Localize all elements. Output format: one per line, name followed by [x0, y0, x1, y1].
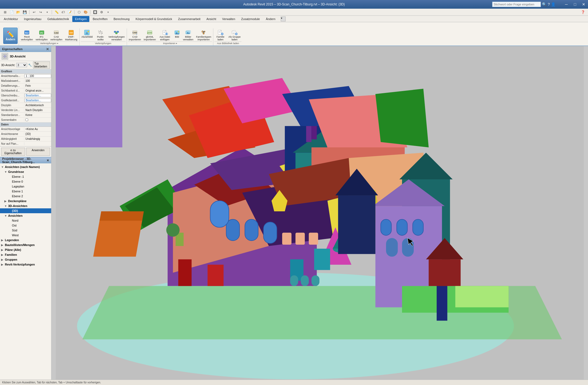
tree-item-ebene-m1[interactable]: Ebene -1 — [0, 174, 51, 179]
tree-item-ansichten[interactable]: ▼ Ansichten — [0, 213, 51, 218]
tree-item-ebene-2[interactable]: Ebene 2 — [0, 194, 51, 199]
tree-item-nord[interactable]: Nord — [0, 218, 51, 223]
ribbon-bilder-btn[interactable]: Bilderverwalten — [182, 29, 194, 41]
menu-ingenieurbau[interactable]: Ingenieurbau — [21, 16, 44, 22]
tree-item-ebene-0[interactable]: Ebene 0 — [0, 179, 51, 184]
typ-bearbeiten-btn[interactable]: Typ bearbeiten — [33, 62, 50, 69]
tree-item-familien[interactable]: ▶ Familien — [0, 252, 51, 257]
qa-undo-arrow[interactable]: ▾ — [44, 9, 50, 15]
qa-annotate-btn[interactable]: 📝 — [67, 9, 73, 15]
expand-gruppen-icon: ▶ — [1, 258, 4, 261]
ribbon-cad-verknuepfen-btn[interactable]: CAD CADverknüpfen — [50, 29, 63, 41]
svg-point-12 — [100, 31, 100, 32]
ribbon-dwf-btn[interactable]: DWF DWF-Markierung — [64, 29, 78, 41]
tree-item-bauteillisten[interactable]: ▶ Bauteillisten/Mengen — [0, 242, 51, 247]
svg-point-10 — [88, 31, 89, 32]
qa-open-file-btn[interactable]: 📂 — [15, 9, 21, 15]
tree-item-sued[interactable]: Süd — [0, 228, 51, 233]
tree-item-ebene-1[interactable]: Ebene 1 — [0, 189, 51, 194]
prop-row-massstabwert: Maßstabswert... 100 — [0, 79, 51, 83]
ribbon-bild-btn[interactable]: Bild — [173, 29, 181, 39]
minimize-button[interactable]: ─ — [562, 0, 571, 9]
ansicht-row: 3D-Ansicht: 3 🔧 Typ bearbeiten — [0, 61, 51, 69]
menu-gebaeude[interactable]: Gebäudetechnik — [45, 16, 72, 22]
importieren-label[interactable]: Importieren ▾ — [128, 41, 212, 45]
menu-extra-btn[interactable]: ▾ — [281, 17, 286, 21]
qa-arrow-btn[interactable]: ▾ — [105, 9, 111, 15]
menu-verwalten[interactable]: Verwalten — [219, 16, 238, 22]
menu-zusatzmodule[interactable]: Zusatzmodule — [239, 16, 263, 22]
ribbon-gbxml-btn[interactable]: gbXML gbXMLimportieren — [143, 29, 157, 41]
ribbon-familientypen-btn[interactable]: 👨‍👩‍👧 Familientypenimportieren — [195, 29, 212, 41]
search-input[interactable] — [492, 2, 541, 7]
qa-open-btn[interactable]: ⊞ — [2, 9, 8, 15]
tree-item-legenden[interactable]: ▶ Legenden — [0, 238, 51, 242]
eigenschaften-btn[interactable]: e zu Eigenschaften — [1, 148, 25, 156]
tree-item-gruppen[interactable]: ▶ Gruppen — [0, 257, 51, 262]
tree-item-3d-current[interactable]: {3D} — [0, 208, 51, 213]
verknuepfungen-label-1[interactable]: Verknüpfungen ▾ — [20, 41, 78, 45]
menu-aendern[interactable]: Ändern — [263, 16, 278, 22]
ansicht-select[interactable]: 3 — [16, 63, 27, 67]
menu-koerper[interactable]: Körpermodell & Grundstück — [133, 16, 175, 22]
properties-close-btn[interactable]: ✕ — [46, 47, 49, 51]
menu-berechnung[interactable]: Berechnung — [111, 16, 132, 22]
tree-label-deckenplaene: Deckenpläne — [8, 199, 27, 203]
ribbon-abziehbild-btn[interactable]: Abziehbild — [81, 29, 94, 39]
menu-architektur[interactable]: Architektur — [1, 16, 21, 22]
qa-new-btn[interactable]: 📄 — [9, 9, 15, 15]
sonnenbahn-checkbox[interactable] — [25, 118, 28, 121]
maximize-button[interactable]: □ — [571, 0, 579, 9]
ribbon-aendern-btn[interactable]: ✏️ Ändern — [3, 28, 18, 44]
menu-einfuegen[interactable]: Einfügen — [72, 16, 89, 22]
tree-item-revit-verknuepfungen[interactable]: ▶ Revit-Verknüpfungen — [0, 262, 51, 267]
qa-undo-btn[interactable]: ↩ — [31, 9, 37, 15]
menu-ansicht[interactable]: Ansicht — [204, 16, 219, 22]
tree-item-west[interactable]: West — [0, 233, 51, 238]
tree-item-deckenpläne[interactable]: ▶ Deckenpläne — [0, 199, 51, 203]
svg-point-15 — [99, 33, 100, 34]
ribbon-familie-btn[interactable]: Familieladen — [214, 29, 226, 41]
menu-beschriften[interactable]: Beschriften — [90, 16, 110, 22]
ribbon-ifc-verknuepfen-btn[interactable]: IFC IFCverknüpfen — [35, 29, 49, 41]
tree-item-grundrisse[interactable]: ▼ Grundrisse — [0, 169, 51, 174]
qa-snap-btn[interactable]: 🔲 — [92, 9, 98, 15]
qa-3d-btn[interactable]: ⬡ — [76, 9, 82, 15]
tree-item-ansichten-header[interactable]: ▼ Ansichten (nach Namen) — [0, 164, 51, 169]
close-button[interactable]: ✕ — [579, 0, 588, 9]
tree-label-ebene-2: Ebene 2 — [12, 195, 23, 198]
signin-icon[interactable]: 👤 — [551, 2, 556, 7]
bilder-icon — [185, 29, 191, 36]
ribbon-gruppe-btn[interactable]: Als Gruppeladen — [227, 29, 241, 41]
ribbon-vv-btn[interactable]: Verknüpfungenverwalten — [107, 29, 126, 41]
qa-save-btn[interactable]: 💾 — [22, 9, 28, 15]
help-icon[interactable]: ? — [548, 2, 550, 7]
tree-item-plaene[interactable]: ▶ Pläne (Alle) — [0, 247, 51, 252]
tree-item-3d-ansichten[interactable]: ▼ 3D-Ansichten — [0, 203, 51, 208]
project-browser-content[interactable]: ▼ Ansichten (nach Namen) ▼ Grundrisse Eb… — [0, 163, 51, 380]
viewport[interactable] — [51, 46, 588, 380]
tree-item-lageplan[interactable]: Lageplan — [0, 184, 51, 189]
bibliothek-label[interactable]: Aus Bibliothek laden — [214, 41, 241, 45]
qa-redo-btn[interactable]: ↪ — [38, 9, 44, 15]
qa-help-btn[interactable]: ❓ — [580, 9, 586, 15]
ribbon-revit-verknuepfen-btn[interactable]: Rvt Revitverknüpfen — [20, 29, 34, 41]
tree-item-ost[interactable]: Ost — [0, 223, 51, 228]
project-browser-close-btn[interactable]: ✕ — [47, 159, 49, 162]
left-panel: Eigenschaften ✕ 3D-Ansicht 3D-Ansicht: 3 — [0, 46, 51, 380]
qa-measure-btn[interactable]: 📏 — [54, 9, 60, 15]
menu-zusammenarbeit[interactable]: Zusammenarbeit — [175, 16, 203, 22]
anwenden-btn[interactable]: Anwenden — [26, 148, 50, 156]
search-icon[interactable]: 🔍 — [542, 2, 547, 7]
verknuepfungen-label-2[interactable]: Verknüpfungen — [81, 41, 126, 45]
svg-rect-92 — [56, 46, 122, 147]
svg-text:gbXML: gbXML — [147, 32, 153, 34]
qa-render-btn[interactable]: 🎨 — [83, 9, 89, 15]
ribbon-cad-import-btn[interactable]: CAD CADimportieren — [128, 29, 142, 41]
svg-rect-72 — [93, 219, 142, 257]
qa-tag-btn[interactable]: 🏷 — [60, 9, 66, 15]
ribbon-punktwolke-btn[interactable]: Punkt-wolke — [94, 29, 106, 41]
prop-row-grafik: Grafikdarstell... Bearbeiten... — [0, 98, 51, 103]
qa-settings-btn[interactable]: ⚙ — [99, 9, 104, 15]
ribbon-ausdatei-btn[interactable]: Aus Dateieinfügen — [158, 29, 172, 41]
